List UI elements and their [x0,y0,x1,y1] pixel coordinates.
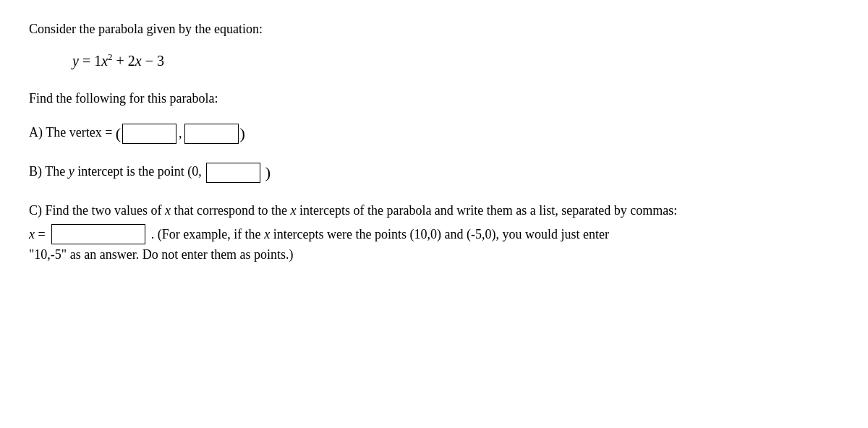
question-c-example: "10,-5" as an answer. Do not enter them … [29,244,680,265]
question-b-label1: B) The [29,164,69,179]
vertex-x-input[interactable] [122,124,176,144]
x-intercepts-input[interactable] [51,224,145,244]
equation-text: y = 1x2 + 2x − 3 [72,53,164,69]
question-b: B) The y intercept is the point (0, ) [29,161,680,183]
equation-block: y = 1x2 + 2x − 3 [72,51,680,69]
question-c-text: C) Find the two values of x that corresp… [29,200,680,221]
find-prompt: Find the following for this parabola: [29,91,680,106]
vertex-y-input[interactable] [184,124,239,144]
intro-text: Consider the parabola given by the equat… [29,22,680,37]
close-paren-b: ) [265,163,271,181]
y-intercept-input[interactable] [206,163,260,183]
question-b-label2: intercept is the point (0, [75,164,202,179]
question-a: A) The vertex = ( , ) [29,122,680,144]
y-italic: y [69,164,75,179]
comma-a: , [179,123,182,144]
vertex-input-group: ( , ) [116,123,245,144]
x-intercepts-follow: . (For example, if the x intercepts were… [151,224,609,245]
question-c: C) Find the two values of x that corresp… [29,200,680,265]
question-a-label: A) The vertex = [29,125,116,140]
close-paren-a: ) [240,126,245,142]
x-eq-label: x = [29,224,46,245]
main-content: Consider the parabola given by the equat… [29,22,680,265]
open-paren-a: ( [116,126,121,142]
x-eq-row: x = . (For example, if the x intercepts … [29,224,680,245]
